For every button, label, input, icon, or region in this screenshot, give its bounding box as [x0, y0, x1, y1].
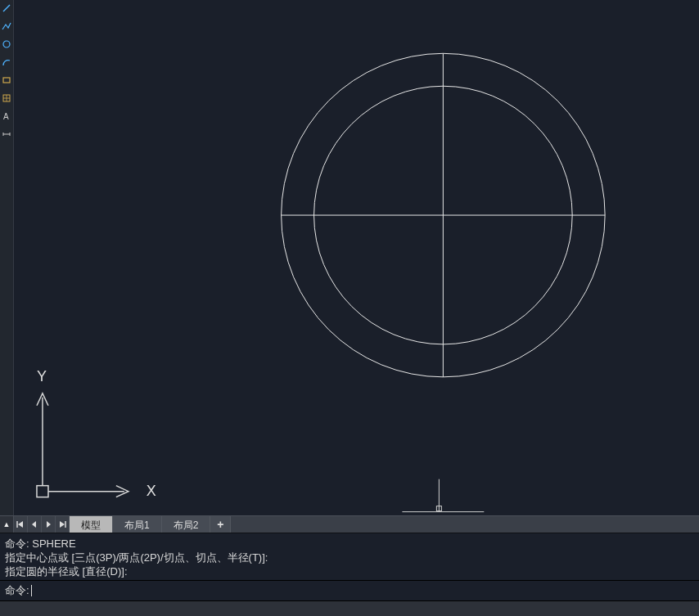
command-input-row[interactable]: 命令:: [0, 581, 699, 601]
tool-arc-icon[interactable]: [1, 56, 12, 69]
tool-polyline-icon[interactable]: [1, 20, 12, 33]
ucs-y-label: Y: [37, 368, 47, 384]
svg-marker-22: [32, 521, 36, 528]
tab-nav-next-icon[interactable]: [42, 516, 56, 533]
tab-add-button[interactable]: +: [210, 516, 231, 533]
sphere-drawing: [282, 53, 606, 377]
tab-nav-prev-icon[interactable]: [28, 516, 42, 533]
command-history: 命令: SPHERE 指定中心点或 [三点(3P)/两点(2P)/切点、切点、半…: [0, 533, 699, 581]
tab-nav-first-icon[interactable]: [14, 516, 28, 533]
canvas-svg: X Y: [14, 0, 699, 515]
status-bar: [0, 601, 699, 616]
tool-circle-icon[interactable]: [1, 38, 12, 51]
cmd-history-line: 指定圆的半径或 [直径(D)]:: [5, 564, 694, 578]
cmd-history-line: 命令: SPHERE: [5, 537, 694, 551]
svg-point-1: [3, 41, 10, 47]
ground-marker: [402, 479, 484, 512]
cmd-history-line: 指定中心点或 [三点(3P)/两点(2P)/切点、切点、半径(T)]:: [5, 551, 694, 564]
svg-rect-2: [3, 78, 10, 83]
text-cursor-icon: [31, 585, 32, 596]
command-prompt-label: 命令:: [5, 583, 29, 598]
svg-marker-24: [60, 521, 65, 528]
tab-layout1[interactable]: 布局1: [113, 516, 162, 533]
svg-text:A: A: [3, 112, 9, 121]
tab-layout2[interactable]: 布局2: [162, 516, 211, 533]
tool-hatch-icon[interactable]: [1, 92, 12, 105]
tool-dim-icon[interactable]: [1, 128, 12, 141]
tool-rect-icon[interactable]: [1, 74, 12, 87]
tab-model[interactable]: 模型: [70, 516, 113, 533]
svg-marker-23: [47, 521, 51, 528]
ucs-x-label: X: [147, 483, 156, 499]
ucs-icon: [37, 393, 129, 497]
svg-marker-20: [18, 521, 23, 528]
svg-rect-17: [37, 486, 48, 497]
left-toolbar: A: [0, 0, 14, 515]
tool-line-icon[interactable]: [1, 2, 12, 15]
tab-nav-last-icon[interactable]: [56, 516, 70, 533]
tabs-nav: ▲: [0, 516, 70, 533]
drawing-canvas[interactable]: X Y: [14, 0, 699, 515]
svg-line-0: [3, 5, 10, 11]
tool-text-icon[interactable]: A: [1, 110, 12, 123]
tab-nav-up-icon[interactable]: ▲: [0, 516, 14, 533]
layout-tabs-row: ▲ 模型 布局1 布局2 +: [0, 515, 699, 533]
